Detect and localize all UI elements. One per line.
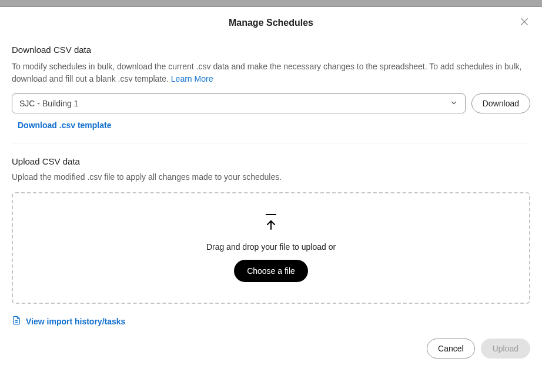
section-divider bbox=[12, 143, 530, 143]
window-titlebar-strip bbox=[0, 0, 542, 7]
manage-schedules-modal: Manage Schedules Download CSV data To mo… bbox=[0, 7, 542, 366]
view-import-history-link[interactable]: View import history/tasks bbox=[12, 316, 530, 327]
view-import-history-label: View import history/tasks bbox=[26, 317, 125, 326]
upload-section-title: Upload CSV data bbox=[12, 156, 530, 166]
upload-description: Upload the modified .csv file to apply a… bbox=[12, 172, 530, 182]
modal-header: Manage Schedules bbox=[12, 18, 530, 28]
close-icon[interactable] bbox=[518, 16, 530, 28]
location-select-value: SJC - Building 1 bbox=[19, 99, 78, 108]
learn-more-link[interactable]: Learn More bbox=[171, 74, 213, 83]
choose-file-button[interactable]: Choose a file bbox=[234, 260, 308, 282]
download-button[interactable]: Download bbox=[471, 93, 530, 113]
download-description: To modify schedules in bulk, download th… bbox=[12, 61, 530, 85]
modal-title: Manage Schedules bbox=[12, 18, 530, 28]
drop-text: Drag and drop your file to upload or bbox=[206, 242, 336, 252]
modal-footer: Cancel Upload bbox=[12, 339, 530, 359]
cancel-button[interactable]: Cancel bbox=[427, 339, 475, 359]
location-row: SJC - Building 1 Download bbox=[12, 93, 530, 113]
upload-dropzone[interactable]: Drag and drop your file to upload or Cho… bbox=[12, 192, 530, 304]
upload-button: Upload bbox=[481, 339, 530, 359]
location-select[interactable]: SJC - Building 1 bbox=[12, 93, 466, 113]
chevron-down-icon bbox=[450, 99, 458, 109]
download-description-text: To modify schedules in bulk, download th… bbox=[12, 62, 522, 83]
document-icon bbox=[12, 316, 21, 327]
download-section-title: Download CSV data bbox=[12, 45, 530, 55]
download-template-link[interactable]: Download .csv template bbox=[12, 120, 530, 130]
upload-icon bbox=[264, 214, 278, 234]
